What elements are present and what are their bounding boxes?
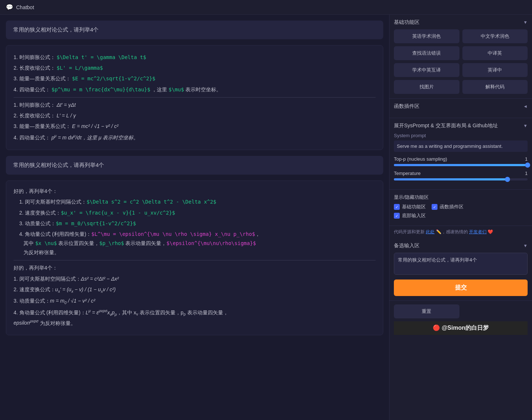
footer-note: 代码开源和更新 此处 ✏️，感谢热情的 开发者们 ❤️ [389,226,532,238]
basic-section-title: 基础功能区 [394,19,420,26]
footer-pre: 代码开源和更新 [394,229,425,234]
footer-link[interactable]: 此处 [426,229,435,234]
cb-bottom-box[interactable]: ✓ [394,213,400,219]
formula-block-1: 1. 时间膨胀公式： $\Delta t' = \gamma \Delta t$ [14,53,376,62]
formula-2-label: 2. 长度收缩公式： [14,65,55,71]
r2-block-2: 2. 速度变换公式：ux′ = (ux − v) / (1 − uxv / c²… [14,285,376,295]
btn-explain-code[interactable]: 解释代码 [462,80,528,94]
alt-input-arrow: ▼ [523,243,528,248]
cb-plugin-label: 函数插件区 [440,204,463,210]
r2-label: 2. 长度收缩公式： [14,113,55,118]
cb-bottom[interactable]: ✓ 底部输入区 [394,212,426,219]
basic-section-arrow: ▼ [523,20,528,25]
r2-m4b: epsilonμνρσ [14,320,38,326]
f2-4-eps: $\epsilon^{\mu\nu\rho\sigma}$ [166,240,256,246]
watermark-text: @Simon的白日梦 [442,325,489,331]
basic-section: 基础功能区 ▼ 英语学术润色 中文学术润色 查找语法错误 中译英 学术中英互译 … [389,15,532,99]
chatbot-icon: 💬 [6,4,13,11]
cb-bottom-label: 底部输入区 [402,212,426,219]
btn-zh-to-en[interactable]: 中译英 [462,46,528,60]
r1-label: 1. 时间膨胀公式： [14,102,55,108]
watermark: 🔴 @Simon的白日梦 [394,321,528,335]
temperature-value: 1 [525,171,528,176]
checkbox-row-2: ✓ 底部输入区 [394,212,528,219]
sysprompt-title: 展开SysPrompt & 交互界面布局 & Github地址 [394,123,498,129]
plugin-section-header[interactable]: 函数插件区 ◄ [394,103,528,110]
sys-prompt-label: System prompt [394,133,528,138]
top-p-track[interactable] [394,164,528,166]
f2-2-latex: $u_x' = \frac{u_x - v}{1 - u_xv/c^2}$ [61,210,175,216]
alt-input-textarea[interactable]: 常用的狭义相对论公式，请再列举4个 [394,253,528,275]
temperature-thumb[interactable] [505,177,510,182]
rendered-2: 2. 长度收缩公式： L′ = L / γ [14,111,376,120]
intro-text: 好的，再列举4个： [14,187,376,196]
f2-block-4: 4. 角动量公式 (利用四维矢量)：$L^\mu = \epsilon^{\mu… [14,230,376,258]
cb-basic-label: 基础功能区 [402,204,426,210]
user-message-1: 常用的狭义相对论公式，请列举4个 [6,21,383,39]
top-bar: 💬 Chatbot [0,0,532,15]
r2-math: L′ = L / γ [56,113,76,118]
intro-text-2: 好的，再列举4个： [14,263,376,273]
top-p-label-row: Top-p (nucleus sampling) 1 [394,156,528,162]
basic-section-header[interactable]: 基础功能区 ▼ [394,19,528,26]
temperature-label-row: Temperature 1 [394,171,528,176]
f2-block-3: 3. 动质量公式：$m = m_0/\sqrt{1-v^2/c^2}$ [14,219,376,228]
r4-label: 4. 四动量公式： [14,135,50,140]
formula-4-latex: $p^\mu = m \frac{dx^\mu}{d\tau}$ [51,87,150,92]
top-p-thumb[interactable] [525,162,530,168]
cb-plugin[interactable]: ✓ 函数插件区 [432,204,463,210]
bottom-btns: 重置 🔴 @Simon的白日梦 [389,301,532,339]
footer-heart: ❤️ [488,229,493,234]
formula-block-2: 2. 长度收缩公式： $L' = L/\gamma$ [14,63,376,73]
rendered-3: 3. 能量—质量关系公式： E = mc² / √1 − v² / c² [14,122,376,131]
cb-plugin-box[interactable]: ✓ [432,204,437,210]
r2-m3: m = m0 / √1 − v² / c² [50,298,95,304]
btn-chinese-polish[interactable]: 中文学术润色 [462,29,528,43]
formula-block-4: 4. 四动量公式： $p^\mu = m \frac{dx^\mu}{d\tau… [14,85,376,94]
temperature-track[interactable] [394,178,528,180]
formula-4-label: 4. 四动量公式： [14,87,50,92]
cb-basic-box[interactable]: ✓ [394,204,400,210]
alt-input-section: 备选输入区 ▼ 常用的狭义相对论公式，请再列举4个 提交 [389,238,532,301]
formula-4-note2: 表示时空坐标。 [185,87,221,92]
formula-1-label: 1. 时间膨胀公式： [14,54,55,60]
f2-4-latex: $L^\mu = \epsilon^{\mu \nu \rho \sigma} … [91,231,255,237]
btn-english-polish[interactable]: 英语学术润色 [394,29,459,43]
alt-input-header[interactable]: 备选输入区 ▼ [394,242,528,249]
footer-link2[interactable]: 开发者们 [469,229,487,234]
assistant-message-1: 1. 时间膨胀公式： $\Delta t' = \gamma \Delta t$… [6,45,383,150]
r2-block-4: 4. 角动量公式 (利用四维矢量)：Lμ = εμνρσxνpρ，其中 xν 表… [14,307,376,328]
r2-block-3: 3. 动质量公式：m = m0 / √1 − v² / c² [14,296,376,306]
user-message-2-text: 常用的狭义相对论公式，请再列举4个 [13,162,104,168]
user-message-2: 常用的狭义相对论公式，请再列举4个 [6,156,383,175]
btn-find-image[interactable]: 找图片 [394,80,459,94]
f2-3-latex: $m = m_0/\sqrt{1-v^2/c^2}$ [56,220,136,226]
alt-input-label: 备选输入区 [394,242,420,249]
formula-3-label: 3. 能量—质量关系公式： [14,76,71,81]
r1-math: Δt′ = γΔt [56,102,75,108]
r4-frac: dxμ/dτ，这里 μ 表示时空坐标。 [68,135,139,140]
formula-block-3: 3. 能量—质量关系公式： $E = mc^2/\sqrt{1-v^2/c^2}… [14,74,376,83]
cb-basic[interactable]: ✓ 基础功能区 [394,204,426,210]
footer-mid: ✏️，感谢热情的 [436,229,468,234]
r4-math: pμ = m [51,135,66,140]
sysprompt-arrow: ▼ [523,123,528,128]
f2-4-xnu: $x \nu$ [35,240,57,246]
r2-m4: Lμ = εμνρσxνpρ [86,310,117,315]
user-message-1-text: 常用的狭义相对论公式，请列举4个 [13,26,99,33]
r2-m2: ux′ = (ux − v) / (1 − uxv / c²) [55,286,116,292]
btn-grammar-check[interactable]: 查找语法错误 [394,46,459,60]
submit-button[interactable]: 提交 [394,280,528,296]
f2-4-prho: $p_\rho$ [99,240,124,246]
checkbox-row-1: ✓ 基础功能区 ✓ 函数插件区 [394,204,528,210]
visibility-label: 显示/隐藏功能区 [394,194,528,201]
btn-academic-translate[interactable]: 学术中英互译 [394,63,459,77]
plugin-section-title: 函数插件区 [394,103,420,110]
rendered-4: 4. 四动量公式： pμ = m dxμ/dτ，这里 μ 表示时空坐标。 [14,132,376,142]
sysprompt-header[interactable]: 展开SysPrompt & 交互界面布局 & Github地址 ▼ [394,123,528,129]
weibo-icon: 🔴 [433,325,440,331]
reset-button[interactable]: 重置 [394,304,459,318]
divider-1 [14,97,376,98]
btn-en-to-zh[interactable]: 英译中 [462,63,528,77]
sidebar: 基础功能区 ▼ 英语学术润色 中文学术润色 查找语法错误 中译英 学术中英互译 … [389,15,532,420]
